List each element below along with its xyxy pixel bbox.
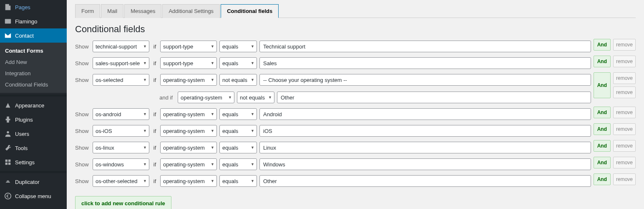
value-input[interactable]	[259, 125, 591, 137]
sidebar-item-appearance[interactable]: Appearance	[0, 98, 67, 112]
rule-group: Showos-linuxifoperating-systemequalsAndr…	[75, 140, 636, 155]
value-input[interactable]	[277, 92, 591, 103]
submenu-integration[interactable]: Integration	[0, 68, 67, 79]
value-input[interactable]	[259, 41, 591, 52]
value-input[interactable]	[259, 142, 591, 153]
rules-list: Showtechnical-supportifsupport-typeequal…	[75, 39, 636, 189]
operator-select[interactable]: not equals	[219, 74, 257, 86]
sidebar-item-flamingo[interactable]: Flamingo	[0, 14, 67, 28]
condition-row: Showtechnical-supportifsupport-typeequal…	[75, 41, 591, 52]
remove-button[interactable]: remove	[613, 140, 636, 152]
target-select[interactable]: os-linux	[93, 142, 149, 153]
sidebar-item-settings[interactable]: Settings	[0, 155, 67, 169]
show-label: Show	[75, 77, 90, 83]
sidebar-label: Tools	[15, 145, 28, 151]
condition-row: Showos-selectedifoperating-systemnot equ…	[75, 74, 591, 86]
sidebar-label: Appearance	[15, 102, 44, 109]
target-select[interactable]: os-windows	[93, 158, 149, 170]
operator-select[interactable]: not equals	[237, 92, 274, 103]
if-label: if	[152, 128, 158, 134]
and-button[interactable]: And	[594, 157, 611, 168]
condition-row: Showos-iOSifoperating-systemequals	[75, 125, 591, 137]
tab-form[interactable]: Form	[75, 4, 100, 18]
operator-select[interactable]: equals	[219, 41, 257, 52]
sidebar-label: Contact	[15, 33, 34, 39]
flamingo-icon	[4, 18, 12, 25]
remove-button[interactable]: remove	[613, 39, 636, 51]
svg-point-1	[7, 131, 9, 133]
field-select[interactable]: operating-system	[178, 92, 234, 103]
remove-button[interactable]: remove	[613, 173, 636, 185]
operator-select[interactable]: equals	[219, 158, 257, 170]
value-input[interactable]	[259, 175, 591, 187]
add-rule-button[interactable]: click to add new conditional rule	[75, 196, 171, 209]
field-select[interactable]: operating-system	[160, 158, 217, 170]
svg-point-6	[5, 193, 11, 199]
target-select[interactable]: os-other-selected	[93, 175, 149, 187]
submenu-add-new[interactable]: Add New	[0, 56, 67, 68]
field-select[interactable]: operating-system	[160, 142, 217, 153]
operator-select[interactable]: equals	[219, 125, 257, 137]
operator-select[interactable]: equals	[219, 57, 257, 69]
rule-group: Showos-selectedifoperating-systemnot equ…	[75, 72, 636, 105]
admin-sidebar: Pages Flamingo Contact Contact Forms Add…	[0, 0, 67, 209]
value-input[interactable]	[259, 158, 591, 170]
sidebar-item-duplicator[interactable]: Duplicator	[0, 175, 67, 189]
sidebar-item-users[interactable]: Users	[0, 127, 67, 141]
remove-button[interactable]: remove	[613, 107, 636, 118]
show-label: Show	[75, 161, 90, 168]
and-button[interactable]: And	[594, 123, 611, 135]
if-label: if	[152, 77, 158, 83]
tab-mail[interactable]: Mail	[101, 4, 123, 18]
operator-select[interactable]: equals	[219, 108, 257, 120]
submenu-conditional-fields[interactable]: Conditional Fields	[0, 79, 67, 90]
field-select[interactable]: support-type	[160, 41, 217, 52]
remove-button[interactable]: remove	[613, 87, 636, 98]
show-label: Show	[75, 111, 90, 117]
if-label: if	[152, 60, 158, 66]
svg-rect-3	[8, 160, 10, 162]
target-select[interactable]: technical-support	[93, 41, 149, 52]
field-select[interactable]: operating-system	[160, 74, 217, 86]
and-button[interactable]: And	[594, 39, 611, 51]
sidebar-item-collapse[interactable]: Collapse menu	[0, 189, 67, 203]
tab-messages[interactable]: Messages	[124, 4, 161, 18]
sidebar-label: Collapse menu	[15, 193, 51, 199]
value-input[interactable]	[259, 74, 591, 86]
sidebar-label: Settings	[15, 159, 35, 166]
tab-additional-settings[interactable]: Additional Settings	[162, 4, 220, 18]
target-select[interactable]: os-android	[93, 108, 149, 120]
and-button[interactable]: And	[594, 140, 611, 152]
tab-conditional-fields[interactable]: Conditional fields	[221, 4, 279, 18]
sidebar-separator	[0, 171, 67, 173]
value-input[interactable]	[259, 57, 591, 69]
remove-button[interactable]: remove	[613, 157, 636, 168]
field-select[interactable]: operating-system	[160, 175, 217, 187]
condition-row: Showos-windowsifoperating-systemequals	[75, 158, 591, 170]
sidebar-item-tools[interactable]: Tools	[0, 141, 67, 155]
field-select[interactable]: operating-system	[160, 108, 217, 120]
target-select[interactable]: os-selected	[93, 74, 149, 86]
and-button[interactable]: And	[594, 72, 611, 98]
field-select[interactable]: support-type	[160, 57, 217, 69]
sidebar-item-plugins[interactable]: Plugins	[0, 112, 67, 127]
remove-button[interactable]: remove	[613, 56, 636, 67]
condition-row: Showos-other-selectedifoperating-systeme…	[75, 175, 591, 187]
target-select[interactable]: sales-support-sele	[93, 57, 149, 69]
rule-group: Showos-windowsifoperating-systemequalsAn…	[75, 157, 636, 172]
sidebar-label: Pages	[15, 4, 30, 10]
field-select[interactable]: operating-system	[160, 125, 217, 137]
target-select[interactable]: os-iOS	[93, 125, 149, 137]
submenu-contact-forms[interactable]: Contact Forms	[0, 45, 67, 56]
remove-button[interactable]: remove	[613, 72, 636, 84]
settings-icon	[4, 158, 12, 166]
sidebar-item-contact[interactable]: Contact	[0, 28, 67, 43]
sidebar-item-pages[interactable]: Pages	[0, 0, 67, 14]
remove-button[interactable]: remove	[613, 123, 636, 135]
and-button[interactable]: And	[594, 56, 611, 67]
and-button[interactable]: And	[594, 107, 611, 118]
operator-select[interactable]: equals	[219, 175, 257, 187]
and-button[interactable]: And	[594, 173, 611, 185]
value-input[interactable]	[259, 108, 591, 120]
operator-select[interactable]: equals	[219, 142, 257, 153]
